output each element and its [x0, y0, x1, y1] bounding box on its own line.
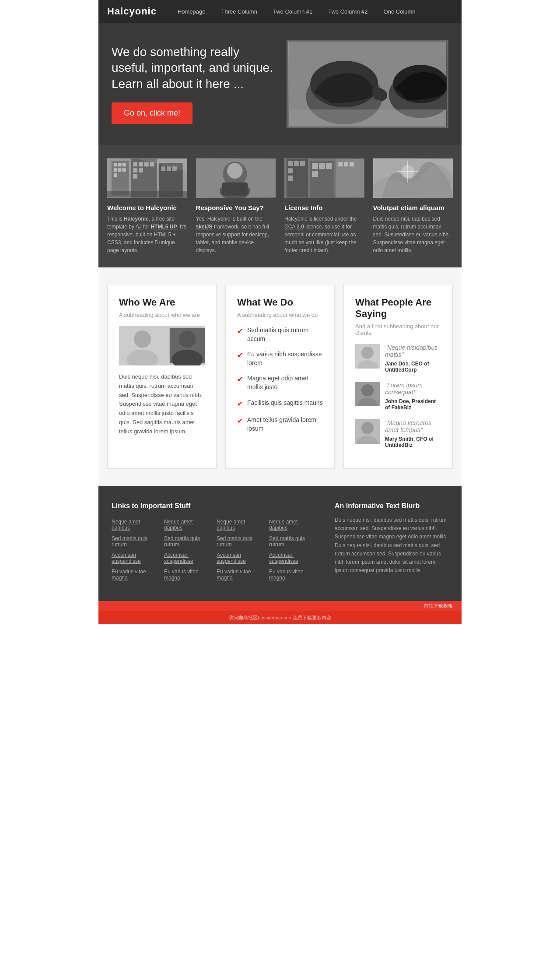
who-we-are-column: Who We Are A subheading about who we are… — [107, 285, 217, 469]
footer-link-columns: Neque amet dapibus Sed mattis quis rutru… — [112, 519, 317, 585]
footer-link[interactable]: Accumsan suspendisse — [164, 552, 212, 564]
testimonial-avatar-3 — [355, 419, 380, 444]
footer-link[interactable]: Neque amet dapibus — [112, 519, 160, 531]
footer-blurb-title: An Informative Text Blurb — [335, 502, 448, 510]
svg-rect-10 — [118, 163, 122, 166]
hero-text: We do something really useful, important… — [112, 44, 273, 124]
nav-two-column-1[interactable]: Two Column #1 — [265, 1, 320, 22]
svg-rect-46 — [312, 171, 318, 177]
list-item: ✔Magna eget odio amet mollis justo — [237, 374, 323, 391]
footer-link[interactable]: Sed mattis quis rutrum — [112, 535, 160, 548]
svg-point-59 — [178, 330, 196, 348]
svg-rect-23 — [133, 174, 137, 179]
watermark-text: 访问咖马社区bbs.xieniao.com免费下载更多内容 — [229, 615, 331, 620]
feature-image-4 — [373, 158, 453, 198]
svg-rect-41 — [288, 176, 293, 181]
footer-link[interactable]: Accumsan suspendisse — [217, 552, 265, 564]
feature-body-3: Halcyonic is licensed under the CCA 3.0 … — [284, 215, 364, 254]
what-we-do-subhead: A subheading about what we do — [237, 312, 323, 318]
svg-rect-21 — [133, 168, 137, 172]
svg-rect-22 — [139, 168, 143, 172]
footer-link[interactable]: Eu varius vitae magna — [217, 569, 265, 581]
footer-col-2: Neque amet dapibus Sed mattis quis rutru… — [164, 519, 212, 585]
footer-link[interactable]: Sed mattis quis rutrum — [269, 535, 317, 548]
testimonial-text-3: "Magna veroeros amet tempus" Mary Smith,… — [385, 419, 441, 448]
svg-rect-17 — [133, 162, 137, 167]
testimonial-quote-1: "Neque nisidapibus mattis" — [385, 344, 441, 358]
svg-rect-13 — [118, 168, 122, 172]
feature-title-3: License Info — [284, 204, 364, 211]
footer-link[interactable]: Accumsan suspendisse — [112, 552, 160, 564]
navigation: Halcyonic Homepage Three Column Two Colu… — [98, 0, 462, 23]
feature-3: License Info Halcyonic is licensed under… — [284, 158, 364, 254]
list-item: ✔Eu varius nibh suspendisse lorem — [237, 350, 323, 367]
nav-two-column-2[interactable]: Two Column #2 — [320, 1, 375, 22]
svg-point-65 — [361, 384, 374, 397]
svg-point-32 — [227, 163, 243, 179]
watermark-bar: 访问咖马社区bbs.xieniao.com免费下载更多内容 — [98, 611, 462, 624]
check-icon: ✔ — [237, 375, 243, 384]
svg-rect-15 — [114, 173, 117, 177]
footer-link[interactable]: Eu varius vitae magna — [269, 569, 317, 581]
list-item: ✔Facilisis quis sagittis mauris — [237, 399, 323, 409]
site-logo: Halcyonic — [107, 6, 157, 17]
footer-link[interactable]: Neque amet dapibus — [164, 519, 212, 531]
nav-one-column[interactable]: One Column — [376, 1, 424, 22]
footer-link[interactable]: Eu varius vitae magna — [164, 569, 212, 581]
feature-body-4: Duis neque nisi, dapibus sed mattis quis… — [373, 215, 453, 254]
footer-blurb-section: An Informative Text Blurb Duis neque nis… — [335, 502, 448, 585]
what-we-do-title: What We Do — [237, 297, 323, 308]
footer-link[interactable]: Neque amet dapibus — [217, 519, 265, 531]
footer-col-4: Neque amet dapibus Sed mattis quis rutru… — [269, 519, 317, 585]
svg-rect-44 — [319, 163, 325, 169]
feature-4: Volutpat etiam aliquam Duis neque nisi, … — [373, 158, 453, 254]
svg-rect-38 — [294, 161, 299, 166]
hero-section: We do something really useful, important… — [98, 23, 462, 145]
check-icon: ✔ — [237, 327, 243, 336]
nav-homepage[interactable]: Homepage — [170, 1, 214, 22]
svg-rect-11 — [122, 163, 126, 166]
who-we-are-image — [119, 326, 205, 365]
footer-col-3: Neque amet dapibus Sed mattis quis rutru… — [217, 519, 265, 585]
svg-rect-12 — [114, 168, 117, 172]
nav-links: Homepage Three Column Two Column #1 Two … — [170, 1, 424, 22]
svg-rect-19 — [144, 162, 149, 167]
hero-image — [287, 40, 448, 128]
list-item: ✔Amet tellus gravida lorem ipsum — [237, 416, 323, 433]
bottom-bar-text: 前往下载模板 — [424, 603, 453, 609]
svg-point-62 — [361, 347, 374, 359]
svg-rect-43 — [312, 163, 318, 169]
testimonial-2: "Lorem ipsum consequat!" John Doe, Presi… — [355, 382, 441, 411]
feature-2: Responsive You Say? Yes! Halcyonic is bu… — [196, 158, 276, 254]
footer-link[interactable]: Sed mattis quis rutrum — [217, 535, 265, 548]
svg-rect-40 — [288, 168, 293, 173]
footer: Links to Important Stuff Neque amet dapi… — [98, 486, 462, 601]
three-column-section: Who We Are A subheading about who we are… — [98, 267, 462, 486]
testimonial-quote-2: "Lorem ipsum consequat!" — [385, 382, 441, 396]
features-section: Welcome to Halcyonic This is Halcyonic, … — [98, 145, 462, 267]
hero-heading: We do something really useful, important… — [112, 44, 273, 92]
svg-rect-28 — [107, 191, 187, 198]
footer-links-section: Links to Important Stuff Neque amet dapi… — [112, 502, 317, 585]
footer-col-1: Neque amet dapibus Sed mattis quis rutru… — [112, 519, 160, 585]
svg-rect-50 — [350, 162, 354, 167]
testimonial-name-3: Mary Smith, CFO of UntitledBiz — [385, 436, 441, 448]
svg-rect-45 — [326, 163, 332, 169]
svg-rect-39 — [300, 161, 305, 166]
svg-rect-6 — [289, 109, 446, 126]
testimonial-quote-3: "Magna veroeros amet tempus" — [385, 419, 441, 433]
list-item: ✔Sed mattis quis rutrum accum — [237, 326, 323, 343]
testimonials-title: What People Are Saying — [355, 297, 441, 320]
footer-link[interactable]: Accumsan suspendisse — [269, 552, 317, 564]
nav-three-column[interactable]: Three Column — [214, 1, 265, 22]
feature-title-1: Welcome to Halcyonic — [107, 204, 187, 211]
footer-link[interactable]: Sed mattis quis rutrum — [164, 535, 212, 548]
bottom-bar: 前往下载模板 — [98, 601, 462, 611]
hero-button[interactable]: Go on, click me! — [112, 102, 192, 124]
footer-link[interactable]: Neque amet dapibus — [269, 519, 317, 531]
check-icon: ✔ — [237, 399, 243, 409]
testimonial-avatar-1 — [355, 344, 380, 369]
footer-blurb-body: Duis neque nisi, dapibus sed mattis quis… — [335, 516, 448, 575]
svg-rect-25 — [161, 166, 165, 171]
footer-link[interactable]: Eu varius vitae magna — [112, 569, 160, 581]
